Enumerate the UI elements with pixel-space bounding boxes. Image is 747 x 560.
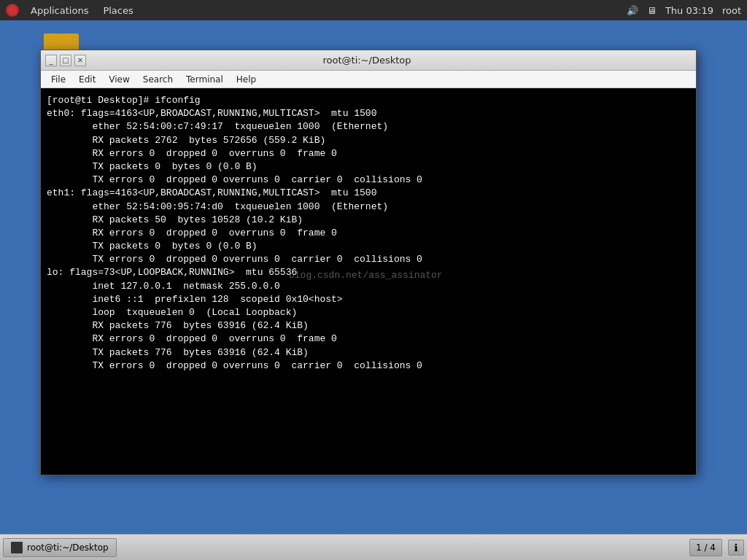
maximize-button[interactable]: □	[60, 55, 71, 66]
window-controls: _ □ ✕	[45, 55, 86, 66]
os-logo	[6, 4, 19, 17]
terminal-output[interactable]: [root@ti Desktop]# ifconfigeth0: flags=4…	[41, 88, 696, 475]
terminal-line: ether 52:54:00:95:74:d0 txqueuelen 1000 …	[47, 201, 690, 214]
terminal-line: [root@ti Desktop]# ifconfig	[47, 94, 690, 107]
applications-menu[interactable]: Applications	[25, 4, 94, 18]
menu-view[interactable]: View	[103, 73, 135, 86]
top-system-bar: Applications Places 🔊 🖥 Thu 03:19 root	[0, 0, 747, 20]
taskbar-item-icon	[11, 542, 23, 553]
minimize-button[interactable]: _	[45, 55, 57, 66]
terminal-line: inet 127.0.0.1 netmask 255.0.0.0	[47, 280, 690, 293]
workspace-pager[interactable]: 1 / 4	[689, 539, 722, 556]
terminal-menubar: File Edit View Search Terminal Help	[41, 71, 696, 88]
taskbar-item-label: root@ti:~/Desktop	[27, 542, 109, 553]
terminal-line: TX packets 0 bytes 0 (0.0 B)	[47, 160, 690, 174]
terminal-line: RX packets 776 bytes 63916 (62.4 KiB)	[47, 319, 690, 332]
terminal-line: TX errors 0 dropped 0 overruns 0 carrier…	[47, 174, 690, 187]
terminal-line: lo: flags=73<UP,LOOPBACK,RUNNING> mtu 65…	[47, 266, 690, 279]
terminal-line: TX packets 776 bytes 63916 (62.4 KiB)	[47, 346, 690, 359]
clock: Thu 03:19	[665, 5, 713, 16]
taskbar-right: 1 / 4 ℹ	[689, 539, 744, 556]
places-menu[interactable]: Places	[97, 4, 139, 18]
menu-terminal[interactable]: Terminal	[180, 73, 229, 86]
window-title: root@ti:~/Desktop	[86, 55, 648, 66]
terminal-line: RX errors 0 dropped 0 overruns 0 frame 0	[47, 332, 690, 346]
terminal-line: ether 52:54:00:c7:49:17 txqueuelen 1000 …	[47, 120, 690, 133]
terminal-line: TX errors 0 dropped 0 overruns 0 carrier…	[47, 359, 690, 373]
taskbar-left: root@ti:~/Desktop	[3, 538, 117, 557]
terminal-line: eth0: flags=4163<UP,BROADCAST,RUNNING,MU…	[47, 107, 690, 120]
terminal-line: loop txqueuelen 0 (Local Loopback)	[47, 306, 690, 319]
display-icon[interactable]: 🖥	[647, 5, 657, 16]
top-bar-right: 🔊 🖥 Thu 03:19 root	[627, 5, 741, 16]
taskbar: root@ti:~/Desktop 1 / 4 ℹ	[0, 534, 747, 560]
top-bar-left: Applications Places	[6, 4, 139, 18]
close-button[interactable]: ✕	[74, 55, 86, 66]
terminal-text-lines: [root@ti Desktop]# ifconfigeth0: flags=4…	[47, 94, 690, 373]
terminal-line: RX errors 0 dropped 0 overruns 0 frame 0	[47, 147, 690, 160]
terminal-line: RX packets 2762 bytes 572656 (559.2 KiB)	[47, 134, 690, 147]
terminal-titlebar: _ □ ✕ root@ti:~/Desktop	[41, 50, 696, 71]
user-label: root	[722, 5, 741, 16]
terminal-line: TX packets 0 bytes 0 (0.0 B)	[47, 240, 690, 253]
menu-help[interactable]: Help	[231, 73, 262, 86]
notification-icon[interactable]: ℹ	[728, 540, 744, 556]
menu-edit[interactable]: Edit	[73, 73, 101, 86]
volume-icon[interactable]: 🔊	[627, 5, 638, 16]
terminal-line: TX errors 0 dropped 0 overruns 0 carrier…	[47, 253, 690, 266]
taskbar-terminal-item[interactable]: root@ti:~/Desktop	[3, 538, 117, 557]
terminal-window: _ □ ✕ root@ti:~/Desktop File Edit View S…	[40, 50, 697, 475]
menu-file[interactable]: File	[45, 73, 71, 86]
terminal-line: eth1: flags=4163<UP,BROADCAST,RUNNING,MU…	[47, 187, 690, 200]
terminal-line: inet6 ::1 prefixlen 128 scopeid 0x10<hos…	[47, 293, 690, 306]
terminal-line: RX packets 50 bytes 10528 (10.2 KiB)	[47, 214, 690, 227]
desktop: _ □ ✕ root@ti:~/Desktop File Edit View S…	[0, 20, 747, 534]
terminal-line: RX errors 0 dropped 0 overruns 0 frame 0	[47, 227, 690, 240]
menu-search[interactable]: Search	[137, 73, 179, 86]
